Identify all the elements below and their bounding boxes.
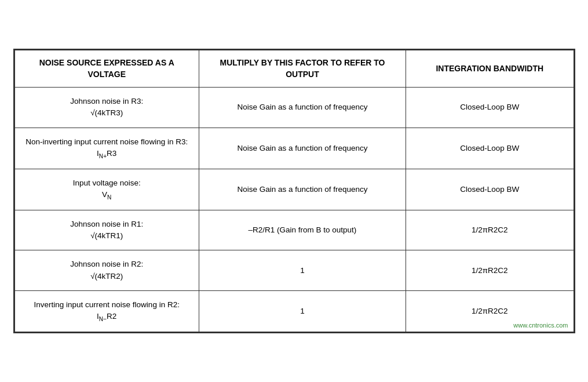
cell-factor-5: 1 xyxy=(199,250,406,291)
noise-table-container: NOISE SOURCE EXPRESSED AS A VOLTAGE MULT… xyxy=(13,49,575,333)
cell-factor-1: Noise Gain as a function of frequency xyxy=(199,88,406,128)
table-row: Johnson noise in R3:√(4kTR3) Noise Gain … xyxy=(14,88,574,128)
cell-factor-6: 1 xyxy=(199,290,406,332)
cell-noise-source-3: Input voltage noise:VN xyxy=(14,169,199,210)
cell-factor-4: –R2/R1 (Gain from B to output) xyxy=(199,210,406,250)
cell-bw-2: Closed-Loop BW xyxy=(406,128,574,169)
cell-factor-2: Noise Gain as a function of frequency xyxy=(199,128,406,169)
cell-noise-source-2: Non-inverting input current noise flowin… xyxy=(14,128,199,169)
cell-noise-source-6: Inverting input current noise flowing in… xyxy=(14,290,199,332)
table-row: Johnson noise in R2:√(4kTR2) 1 1/2πR2C2 xyxy=(14,250,574,291)
noise-source-label-1: Johnson noise in R3:√(4kTR3) xyxy=(70,97,143,117)
cell-bw-5: 1/2πR2C2 xyxy=(406,250,574,291)
table-row: Input voltage noise:VN Noise Gain as a f… xyxy=(14,169,574,210)
cell-noise-source-5: Johnson noise in R2:√(4kTR2) xyxy=(14,250,199,291)
noise-source-label-6: Inverting input current noise flowing in… xyxy=(34,300,180,321)
cell-bw-4: 1/2πR2C2 xyxy=(406,210,574,250)
noise-source-label-2: Non-inverting input current noise flowin… xyxy=(25,137,188,158)
cell-bw-1: Closed-Loop BW xyxy=(406,88,574,128)
table-row: Inverting input current noise flowing in… xyxy=(14,290,574,332)
header-col1: NOISE SOURCE EXPRESSED AS A VOLTAGE xyxy=(14,50,199,87)
header-row: NOISE SOURCE EXPRESSED AS A VOLTAGE MULT… xyxy=(14,50,574,87)
table-row: Non-inverting input current noise flowin… xyxy=(14,128,574,169)
cell-factor-3: Noise Gain as a function of frequency xyxy=(199,169,406,210)
noise-source-label-3: Input voltage noise:VN xyxy=(73,179,141,199)
header-col3: INTEGRATION BANDWIDTH xyxy=(406,50,574,87)
cell-noise-source-1: Johnson noise in R3:√(4kTR3) xyxy=(14,88,199,128)
cell-noise-source-4: Johnson noise in R1:√(4kTR1) xyxy=(14,210,199,250)
noise-table: NOISE SOURCE EXPRESSED AS A VOLTAGE MULT… xyxy=(14,50,574,332)
noise-source-label-5: Johnson noise in R2:√(4kTR2) xyxy=(70,260,143,280)
table-row: Johnson noise in R1:√(4kTR1) –R2/R1 (Gai… xyxy=(14,210,574,250)
header-col2: MULTIPLY BY THIS FACTOR TO REFER TO OUTP… xyxy=(199,50,406,87)
noise-source-label-4: Johnson noise in R1:√(4kTR1) xyxy=(70,220,143,240)
watermark: www.cntronics.com xyxy=(513,322,568,329)
cell-bw-3: Closed-Loop BW xyxy=(406,169,574,210)
